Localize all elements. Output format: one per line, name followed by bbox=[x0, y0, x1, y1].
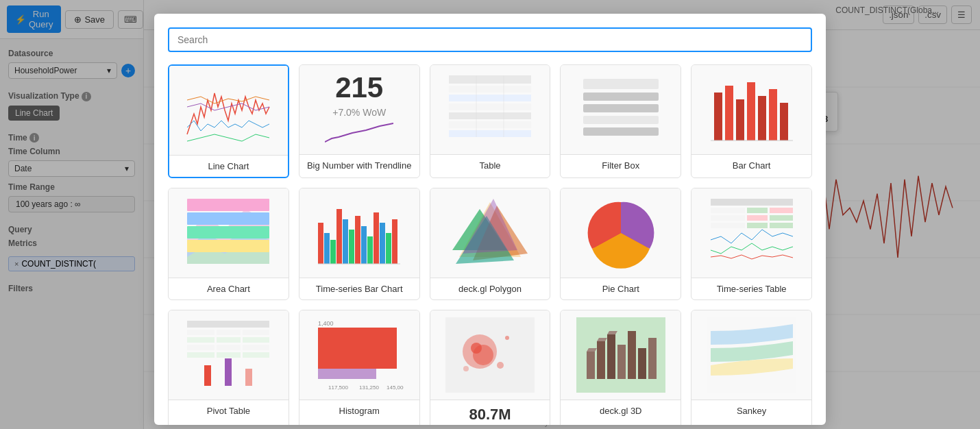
svg-rect-48 bbox=[349, 230, 354, 264]
svg-rect-20 bbox=[449, 130, 531, 137]
svg-rect-75 bbox=[217, 330, 241, 335]
svg-rect-106 bbox=[617, 345, 626, 379]
chart-card-area-chart[interactable]: Area Chart bbox=[168, 188, 289, 300]
svg-rect-79 bbox=[243, 337, 269, 343]
svg-rect-104 bbox=[597, 341, 605, 379]
chart-card-label-area-chart: Area Chart bbox=[169, 278, 289, 299]
chart-card-time-series-table[interactable]: Time-series Table bbox=[691, 188, 812, 300]
chart-card-filter-box[interactable]: Filter Box bbox=[560, 64, 681, 178]
search-input[interactable] bbox=[177, 34, 803, 45]
svg-rect-76 bbox=[243, 330, 269, 335]
chart-thumb-sankey bbox=[691, 310, 811, 400]
chart-thumb-pivot-table bbox=[169, 310, 289, 400]
modal-overlay[interactable]: Line Chart 215 +7.0% WoW Big Number with… bbox=[0, 0, 980, 429]
svg-rect-52 bbox=[373, 212, 379, 264]
chart-thumb-big-number: 215 +7.0% WoW bbox=[299, 65, 419, 154]
ts-bar-thumb-svg bbox=[315, 195, 404, 271]
svg-rect-73 bbox=[187, 321, 269, 328]
chart-card-bar-chart[interactable]: Bar Chart bbox=[691, 64, 812, 178]
big-number-thumb: 215 +7.0% WoW bbox=[311, 65, 407, 154]
svg-rect-41 bbox=[187, 226, 269, 238]
chart-card-label-histogram: Histogram bbox=[299, 400, 419, 421]
area-chart-thumb-svg bbox=[184, 195, 273, 271]
svg-rect-29 bbox=[725, 86, 733, 140]
svg-rect-54 bbox=[386, 233, 391, 264]
svg-rect-14 bbox=[449, 75, 531, 84]
svg-rect-70 bbox=[711, 223, 745, 228]
svg-rect-82 bbox=[243, 345, 269, 350]
chart-card-label-filter-box: Filter Box bbox=[561, 154, 681, 176]
chart-card-label-table: Table bbox=[430, 154, 550, 176]
chart-thumb-filter-box bbox=[561, 65, 681, 154]
chart-card-scatter-map[interactable]: 80.7M bbox=[430, 310, 551, 425]
svg-rect-64 bbox=[711, 208, 745, 213]
svg-rect-77 bbox=[187, 337, 215, 343]
svg-rect-67 bbox=[711, 215, 745, 221]
chart-thumb-deck-gl-3d bbox=[561, 310, 681, 400]
chart-card-label-line-chart: Line Chart bbox=[169, 155, 288, 177]
chart-card-sankey[interactable]: Sankey bbox=[691, 310, 812, 425]
svg-rect-84 bbox=[217, 352, 241, 358]
bar-chart-thumb-svg bbox=[707, 72, 796, 147]
svg-rect-78 bbox=[217, 337, 241, 343]
svg-point-101 bbox=[505, 336, 509, 340]
chart-card-label-sankey: Sankey bbox=[691, 400, 811, 421]
chart-thumb-table bbox=[430, 65, 550, 154]
chart-thumb-line-chart bbox=[169, 66, 288, 155]
svg-rect-53 bbox=[380, 223, 385, 264]
chart-card-table[interactable]: Table bbox=[430, 64, 551, 178]
chart-thumb-histogram: 1,400 117,500 131,250 145,000 bbox=[299, 310, 419, 400]
svg-rect-46 bbox=[336, 209, 342, 264]
svg-rect-88 bbox=[245, 369, 252, 386]
chart-picker-modal: Line Chart 215 +7.0% WoW Big Number with… bbox=[154, 14, 826, 425]
chart-card-histogram[interactable]: 1,400 117,500 131,250 145,000 Histogram bbox=[299, 310, 420, 425]
svg-point-98 bbox=[471, 343, 482, 354]
svg-rect-74 bbox=[187, 330, 215, 335]
svg-rect-55 bbox=[392, 219, 397, 264]
svg-rect-44 bbox=[324, 233, 330, 264]
chart-card-pivot-table[interactable]: Pivot Table bbox=[168, 310, 289, 425]
svg-rect-31 bbox=[747, 82, 755, 140]
svg-rect-81 bbox=[217, 345, 241, 350]
svg-rect-87 bbox=[225, 358, 232, 386]
chart-card-label-time-series-bar: Time-series Bar Chart bbox=[299, 278, 419, 299]
search-wrapper bbox=[168, 27, 812, 52]
chart-card-label-big-number: Big Number with Trendline bbox=[299, 154, 419, 176]
svg-rect-90 bbox=[318, 328, 397, 369]
svg-text:117,500: 117,500 bbox=[328, 384, 348, 391]
chart-card-deck-gl-3d[interactable]: deck.gl 3D bbox=[560, 310, 681, 425]
chart-grid: Line Chart 215 +7.0% WoW Big Number with… bbox=[168, 64, 812, 425]
svg-rect-34 bbox=[780, 103, 788, 140]
svg-rect-47 bbox=[343, 219, 348, 264]
chart-card-label-pie-chart: Pie Chart bbox=[561, 278, 681, 299]
svg-rect-15 bbox=[449, 86, 531, 93]
big-number-value: 215 bbox=[325, 71, 393, 104]
svg-rect-68 bbox=[747, 215, 768, 221]
svg-rect-103 bbox=[587, 352, 595, 379]
chart-thumb-pie-chart bbox=[561, 188, 681, 278]
svg-rect-71 bbox=[747, 223, 768, 228]
histogram-thumb-svg: 1,400 117,500 131,250 145,000 bbox=[315, 317, 404, 393]
ts-table-thumb-svg bbox=[707, 195, 796, 271]
svg-rect-49 bbox=[355, 216, 360, 264]
chart-card-line-chart[interactable]: Line Chart bbox=[168, 64, 289, 178]
chart-card-big-number[interactable]: 215 +7.0% WoW Big Number with Trendline bbox=[299, 64, 420, 178]
chart-card-label-pivot-table: Pivot Table bbox=[169, 400, 289, 421]
chart-card-deck-gl-polygon[interactable]: deck.gl Polygon bbox=[430, 188, 551, 300]
chart-card-label-time-series-table: Time-series Table bbox=[691, 278, 811, 299]
chart-card-pie-chart[interactable]: Pie Chart bbox=[560, 188, 681, 300]
svg-rect-30 bbox=[736, 99, 744, 140]
svg-rect-65 bbox=[747, 208, 768, 213]
sankey-thumb-svg bbox=[707, 317, 796, 393]
svg-rect-32 bbox=[758, 96, 766, 140]
chart-card-label-bar-chart: Bar Chart bbox=[691, 154, 811, 176]
line-chart-thumb-svg bbox=[184, 73, 273, 148]
svg-rect-33 bbox=[769, 89, 777, 140]
svg-rect-18 bbox=[449, 112, 531, 119]
svg-rect-19 bbox=[449, 121, 531, 128]
chart-card-label-deck-gl-3d: deck.gl 3D bbox=[561, 400, 681, 421]
deck-gl-thumb-svg bbox=[445, 195, 535, 271]
svg-rect-86 bbox=[204, 365, 211, 386]
scatter-map-thumb-svg bbox=[445, 317, 535, 393]
chart-card-time-series-bar[interactable]: Time-series Bar Chart bbox=[299, 188, 420, 300]
